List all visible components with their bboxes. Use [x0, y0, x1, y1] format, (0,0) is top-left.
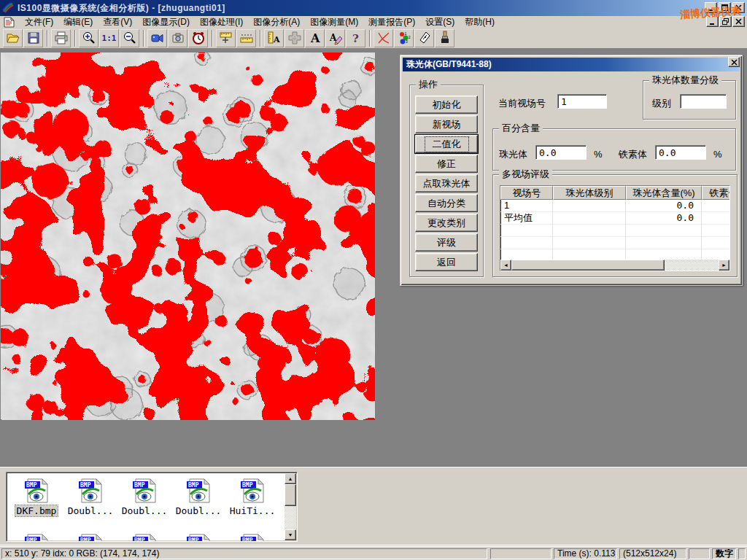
scrollbar-thumb[interactable]	[285, 484, 296, 506]
save-button[interactable]	[23, 29, 43, 47]
text-button[interactable]: A	[305, 29, 325, 47]
scroll-down-arrow-icon[interactable]: ▼	[285, 529, 296, 540]
file-name[interactable]: Doubl...	[174, 505, 223, 516]
file-name[interactable]: Doubl...	[120, 505, 169, 516]
print-button[interactable]	[51, 29, 71, 47]
pick-pearlite-button[interactable]: 点取珠光体	[415, 174, 478, 192]
file-item[interactable]: Doubl...	[119, 478, 170, 516]
scrollbar-track[interactable]	[285, 506, 296, 529]
col-pearlite-content[interactable]: 珠光体含量(%)	[626, 186, 702, 200]
menu-settings[interactable]: 设置(S)	[420, 15, 460, 29]
table-header-row: 视场号 珠光体级别 珠光体含量(%) 铁素体	[500, 186, 729, 200]
dialog-title-bar[interactable]: 珠光体(GB/T9441-88)	[403, 58, 740, 71]
count-marks-icon: 123	[397, 31, 411, 45]
bmp-file-icon	[132, 478, 157, 503]
file-item[interactable]	[11, 534, 62, 542]
new-field-button[interactable]: 新视场	[415, 115, 478, 133]
table-row[interactable]: 平均值 0.0	[500, 212, 729, 225]
return-button[interactable]: 返回	[415, 253, 478, 271]
change-class-button[interactable]: 更改类别	[415, 214, 478, 232]
curve-tool-button[interactable]	[374, 29, 393, 47]
ferrite-percent-input[interactable]	[655, 145, 706, 160]
resize-grip[interactable]	[738, 548, 746, 559]
annotate-button[interactable]: A	[325, 29, 345, 47]
child-close-button[interactable]	[732, 16, 745, 27]
open-button[interactable]	[3, 29, 23, 47]
ruler-button[interactable]	[236, 29, 256, 47]
timer-button[interactable]	[188, 29, 208, 47]
file-name[interactable]: Doubl...	[66, 505, 115, 516]
brush-tool-button[interactable]	[435, 29, 454, 47]
file-item[interactable]	[173, 534, 224, 542]
rating-table[interactable]: 视场号 珠光体级别 珠光体含量(%) 铁素体 1 0.0 平均值	[500, 185, 730, 271]
menu-image-display[interactable]: 图像显示(D)	[137, 15, 195, 29]
pen-icon	[417, 31, 432, 45]
ferrite-percent-sign: %	[713, 149, 722, 160]
file-item[interactable]: Doubl...	[173, 478, 224, 516]
file-item[interactable]	[119, 534, 170, 542]
file-item[interactable]	[227, 534, 278, 542]
close-button[interactable]	[732, 2, 745, 13]
menu-image-processing[interactable]: 图像处理(I)	[195, 15, 248, 29]
operations-group: 操作 初始化 新视场 二值化 修正 点取珠光体 自动分类 更改类别 评级 返回	[409, 85, 484, 277]
col-pearlite-grade[interactable]: 珠光体级别	[553, 186, 626, 200]
menu-report[interactable]: 测量报告(P)	[363, 15, 420, 29]
actual-size-button[interactable]: 1:1	[99, 29, 119, 47]
correct-button[interactable]: 修正	[415, 155, 478, 173]
help-button[interactable]: ?	[346, 29, 365, 47]
measure-text-button[interactable]: A	[264, 29, 284, 47]
table-row[interactable]: 1 0.0	[500, 200, 729, 212]
toolbar-separator	[212, 30, 213, 47]
minimize-button[interactable]	[705, 2, 717, 13]
scroll-up-arrow-icon[interactable]: ▲	[285, 473, 296, 484]
binarize-button[interactable]: 二值化	[415, 135, 478, 153]
menu-image-analysis[interactable]: 图像分析(A)	[248, 15, 305, 29]
file-item[interactable]: DKF.bmp	[11, 478, 62, 516]
snapshot-button[interactable]	[168, 29, 187, 47]
col-ferrite[interactable]: 铁素体	[702, 186, 730, 200]
cursor-position-status: x: 510 y: 79 idx: 0 RGB: (174, 174, 174)	[1, 548, 487, 559]
video-capture-button[interactable]	[147, 29, 167, 47]
menu-image-measure[interactable]: 图像测量(M)	[305, 15, 363, 29]
file-list-scrollbar[interactable]: ▲ ▼	[285, 473, 296, 540]
child-restore-button[interactable]	[719, 16, 732, 27]
current-field-input[interactable]	[557, 94, 607, 109]
menu-file[interactable]: 文件(F)	[20, 15, 58, 29]
grade-input[interactable]	[680, 94, 727, 109]
status-empty-panel	[689, 548, 710, 559]
auto-classify-button[interactable]: 自动分类	[415, 194, 478, 212]
menu-edit[interactable]: 编辑(E)	[58, 15, 98, 29]
pattern-button[interactable]	[285, 29, 304, 47]
pearlite-percent-input[interactable]	[535, 145, 587, 160]
menu-help[interactable]: 帮助(H)	[460, 15, 500, 29]
menu-view[interactable]: 查看(V)	[98, 15, 137, 29]
child-minimize-button[interactable]	[706, 16, 719, 27]
dialog-close-button[interactable]	[728, 57, 740, 67]
zoom-in-button[interactable]	[79, 29, 98, 47]
scroll-left-arrow-icon[interactable]: ◄	[500, 260, 511, 271]
save-icon	[26, 31, 41, 45]
file-item[interactable]: Doubl...	[65, 478, 116, 516]
init-button[interactable]: 初始化	[415, 96, 478, 114]
zoom-out-button[interactable]	[120, 29, 139, 47]
micrograph-image[interactable]	[1, 52, 375, 420]
zoom-out-icon	[123, 31, 137, 45]
file-name[interactable]: DKF.bmp	[15, 505, 58, 516]
count-marks-button[interactable]: 123	[394, 29, 414, 47]
scrollbar-thumb[interactable]	[511, 260, 665, 271]
col-field-number[interactable]: 视场号	[500, 186, 553, 200]
document-icon[interactable]	[3, 17, 15, 28]
file-item[interactable]: HuiTi...	[227, 478, 278, 516]
scrollbar-track[interactable]	[665, 260, 719, 271]
maximize-button[interactable]	[719, 2, 731, 13]
file-item[interactable]	[65, 534, 116, 542]
scroll-right-arrow-icon[interactable]: ►	[719, 260, 729, 271]
dialog-title: 珠光体(GB/T9441-88)	[406, 58, 492, 71]
bmp-file-icon	[78, 478, 103, 503]
file-list[interactable]: DKF.bmp Doubl... Doubl... Doubl... HuiTi…	[6, 472, 298, 542]
grade-button[interactable]: 评级	[415, 233, 478, 252]
caliper-button[interactable]	[216, 29, 236, 47]
file-name[interactable]: HuiTi...	[228, 505, 277, 516]
pen-tool-button[interactable]	[414, 29, 434, 47]
table-horizontal-scrollbar[interactable]: ◄ ►	[500, 260, 729, 271]
